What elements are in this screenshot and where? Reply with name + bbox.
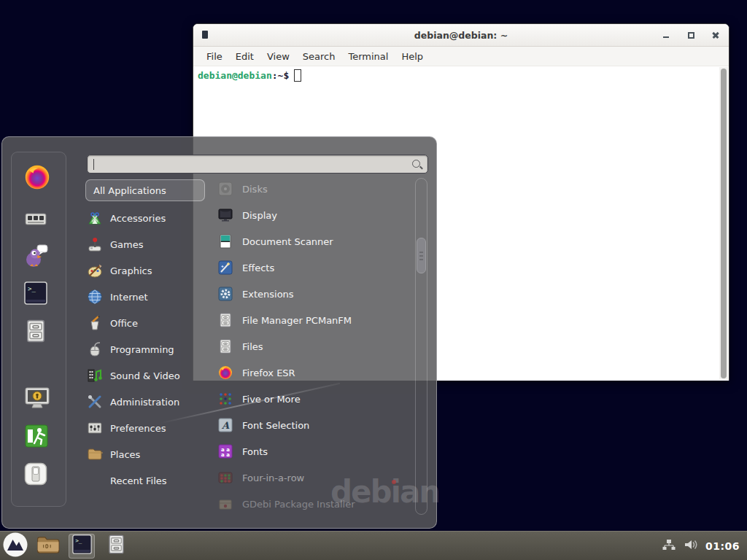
app-label: Document Scanner bbox=[242, 236, 333, 247]
firefox-icon bbox=[24, 179, 50, 193]
taskbar-terminal-button[interactable]: >_ bbox=[69, 534, 95, 559]
menu-terminal[interactable]: Terminal bbox=[341, 51, 395, 62]
category-all-applications[interactable]: All Applications bbox=[85, 179, 205, 201]
search-caret bbox=[93, 159, 94, 170]
category-administration[interactable]: Administration bbox=[81, 389, 209, 415]
menu-view[interactable]: View bbox=[260, 51, 296, 62]
app-item-fonts[interactable]: a aa a Fonts bbox=[209, 438, 412, 464]
app-item-disks[interactable]: Disks bbox=[209, 176, 412, 202]
taskbar: >_ 01:06 bbox=[0, 531, 747, 560]
graphics-icon bbox=[87, 262, 103, 279]
app-item-firefox-esr[interactable]: Firefox ESR bbox=[209, 359, 412, 386]
app-label: Extensions bbox=[242, 289, 294, 300]
category-graphics[interactable]: Graphics bbox=[81, 257, 209, 284]
app-search-box[interactable] bbox=[87, 155, 428, 174]
terminal-cursor bbox=[294, 69, 301, 82]
terminal-app-icon: >_ bbox=[24, 294, 47, 308]
taskbar-files-button[interactable] bbox=[104, 534, 128, 559]
app-item-five-or-more[interactable]: Five or More bbox=[209, 386, 412, 412]
places-icon bbox=[87, 446, 103, 462]
svg-text:>_: >_ bbox=[75, 537, 82, 544]
favorite-file-manager[interactable] bbox=[24, 319, 47, 346]
system-tray bbox=[662, 539, 698, 553]
category-label: Recent Files bbox=[110, 475, 167, 486]
favorite-menu-editor[interactable] bbox=[24, 207, 47, 233]
category-list: All Applications Accessories Games Graph… bbox=[81, 179, 209, 494]
favorite-log-out[interactable] bbox=[24, 424, 49, 451]
category-recent-files[interactable]: Recent Files bbox=[81, 467, 209, 494]
files-icon bbox=[218, 339, 233, 354]
category-office[interactable]: Office bbox=[81, 310, 209, 336]
prompt-suffix: :~$ bbox=[272, 70, 289, 81]
app-item-document-scanner[interactable]: Document Scanner bbox=[209, 228, 412, 254]
folder-icon bbox=[36, 534, 60, 558]
maximize-icon[interactable] bbox=[686, 31, 695, 39]
app-search-input[interactable] bbox=[92, 157, 409, 173]
app-item-display[interactable]: Display bbox=[209, 202, 412, 228]
app-item-file-manager-pcmanfm[interactable]: File Manager PCManFM bbox=[209, 307, 412, 333]
search-icon bbox=[412, 160, 420, 168]
gdebi-icon bbox=[218, 497, 233, 511]
close-icon[interactable] bbox=[711, 31, 720, 39]
clock[interactable]: 01:06 bbox=[705, 540, 740, 552]
category-games[interactable]: Games bbox=[81, 231, 209, 257]
office-icon bbox=[87, 315, 103, 331]
svg-text:a a: a a bbox=[221, 452, 230, 458]
menu-edit[interactable]: Edit bbox=[229, 51, 260, 62]
app-item-font-selection[interactable]: A Font Selection bbox=[209, 412, 412, 438]
favorite-shut-down[interactable] bbox=[24, 462, 47, 489]
display-icon bbox=[218, 208, 233, 222]
category-sound-video[interactable]: Sound & Video bbox=[81, 362, 209, 389]
app-list-scrollbar-thumb[interactable] bbox=[417, 238, 426, 273]
category-programming[interactable]: Programming bbox=[81, 336, 209, 362]
font-selection-icon: A bbox=[218, 418, 233, 432]
svg-text:>_: >_ bbox=[28, 285, 36, 292]
category-label: All Applications bbox=[93, 185, 166, 196]
menu-file[interactable]: File bbox=[200, 51, 229, 62]
app-label: Firefox ESR bbox=[242, 368, 295, 378]
app-item-effects[interactable]: Effects bbox=[209, 254, 412, 281]
administration-icon bbox=[87, 394, 103, 410]
file-cabinet-task-icon bbox=[107, 534, 126, 557]
app-label: Effects bbox=[242, 262, 274, 273]
network-icon[interactable] bbox=[662, 539, 676, 553]
preferences-icon bbox=[87, 420, 103, 436]
app-label: Disks bbox=[242, 184, 268, 195]
favorite-pidgin[interactable] bbox=[24, 244, 49, 271]
app-label: Fonts bbox=[242, 446, 268, 457]
sound-video-icon bbox=[87, 368, 103, 384]
terminal-scrollbar-track[interactable] bbox=[719, 67, 728, 380]
taskbar-file-manager-button[interactable] bbox=[35, 533, 61, 559]
app-list-scrollbar-track[interactable] bbox=[415, 178, 427, 515]
file-cabinet-icon bbox=[24, 332, 47, 346]
menu-button[interactable] bbox=[1, 532, 29, 560]
menu-help[interactable]: Help bbox=[395, 51, 430, 62]
app-item-extensions[interactable]: Extensions bbox=[209, 281, 412, 307]
terminal-titlebar[interactable]: debian@debian: ~ bbox=[193, 24, 729, 47]
accessories-icon bbox=[87, 210, 103, 226]
category-internet[interactable]: Internet bbox=[81, 284, 209, 310]
four-in-a-row-icon bbox=[218, 470, 233, 485]
app-item-gdebi-package-installer[interactable]: GDebi Package Installer bbox=[209, 491, 412, 517]
minimize-icon[interactable] bbox=[662, 31, 670, 39]
menu-search[interactable]: Search bbox=[296, 51, 342, 62]
category-preferences[interactable]: Preferences bbox=[81, 415, 209, 441]
volume-icon[interactable] bbox=[684, 539, 698, 553]
category-places[interactable]: Places bbox=[81, 441, 209, 467]
favorite-lock-screen[interactable] bbox=[24, 386, 50, 414]
app-item-files[interactable]: Files bbox=[209, 333, 412, 359]
app-item-four-in-a-row[interactable]: Four-in-a-row bbox=[209, 464, 412, 491]
log-out-icon bbox=[24, 438, 49, 451]
extensions-icon bbox=[218, 287, 233, 301]
category-accessories[interactable]: Accessories bbox=[81, 205, 209, 231]
app-label: Files bbox=[242, 341, 263, 352]
favorite-terminal[interactable]: >_ bbox=[24, 281, 47, 308]
app-label: GDebi Package Installer bbox=[242, 499, 355, 510]
file-manager-icon bbox=[218, 313, 233, 327]
favorite-firefox[interactable] bbox=[24, 164, 50, 193]
terminal-scrollbar-thumb[interactable] bbox=[721, 69, 727, 378]
category-label: Accessories bbox=[110, 213, 166, 224]
document-scanner-icon bbox=[218, 234, 233, 249]
menu-editor-icon bbox=[24, 219, 47, 233]
shut-down-icon bbox=[24, 475, 47, 489]
